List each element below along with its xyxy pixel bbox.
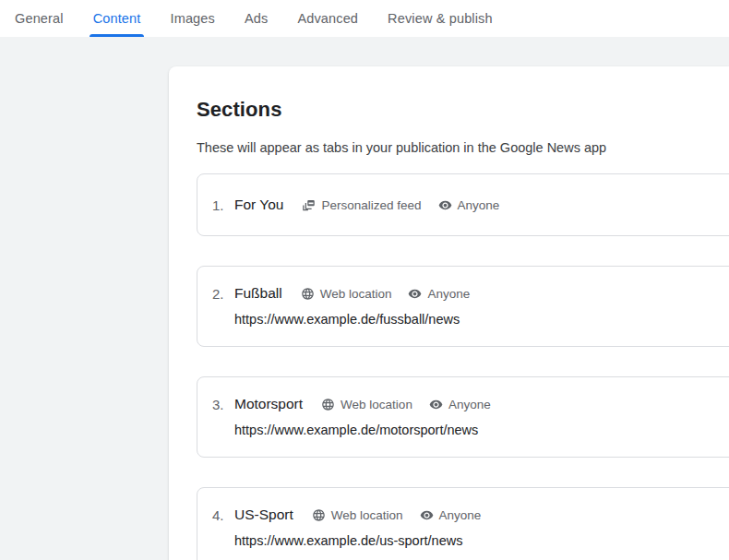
page-title: Sections bbox=[197, 98, 729, 122]
section-url: https://www.example.de/us-sport/news bbox=[197, 523, 729, 560]
tab-label: Images bbox=[170, 11, 214, 26]
tab-advanced[interactable]: Advanced bbox=[282, 0, 373, 37]
tab-review-publish[interactable]: Review & publish bbox=[373, 0, 508, 37]
section-name: Fußball bbox=[234, 285, 282, 302]
section-index: 2. bbox=[212, 286, 234, 302]
tab-bar: General Content Images Ads Advanced Revi… bbox=[0, 0, 729, 37]
section-name: Motorsport bbox=[234, 396, 303, 412]
section-card-fussball[interactable]: 2. Fußball Web location Anyone https://w… bbox=[197, 266, 729, 347]
tab-label: Review & publish bbox=[388, 11, 493, 26]
tab-label: Content bbox=[93, 11, 141, 26]
eye-icon bbox=[429, 398, 443, 411]
section-visibility: Anyone bbox=[438, 198, 500, 212]
section-type-label: Web location bbox=[320, 287, 392, 301]
section-type: Personalized feed bbox=[302, 198, 421, 212]
section-type: Web location bbox=[321, 398, 412, 411]
section-type-label: Personalized feed bbox=[321, 198, 421, 212]
tab-label: Ads bbox=[245, 11, 268, 26]
section-card-motorsport[interactable]: 3. Motorsport Web location Anyone https:… bbox=[197, 376, 729, 458]
globe-icon bbox=[301, 287, 315, 301]
section-visibility: Anyone bbox=[420, 508, 482, 522]
section-visibility: Anyone bbox=[429, 398, 491, 411]
section-head: 2. Fußball Web location Anyone bbox=[197, 267, 729, 302]
section-name: For You bbox=[234, 197, 283, 213]
section-url: https://www.example.de/motorsport/news bbox=[197, 412, 729, 457]
eye-icon bbox=[438, 198, 452, 212]
section-head: 1. For You Personalized feed Anyone bbox=[197, 174, 729, 235]
section-visibility-label: Anyone bbox=[439, 508, 482, 522]
globe-icon bbox=[312, 508, 326, 522]
sections-panel: Sections These will appear as tabs in yo… bbox=[169, 66, 729, 560]
section-visibility-label: Anyone bbox=[448, 398, 491, 411]
eye-icon bbox=[420, 508, 434, 522]
globe-icon bbox=[321, 398, 335, 411]
tab-general[interactable]: General bbox=[0, 0, 78, 37]
section-index: 1. bbox=[212, 197, 234, 213]
section-type: Web location bbox=[301, 287, 392, 301]
section-visibility: Anyone bbox=[408, 287, 470, 301]
eye-icon bbox=[408, 287, 422, 301]
tab-ads[interactable]: Ads bbox=[230, 0, 282, 37]
section-index: 4. bbox=[212, 507, 234, 523]
section-visibility-label: Anyone bbox=[427, 287, 470, 301]
section-head: 4. US-Sport Web location Anyone bbox=[197, 488, 729, 523]
tab-content[interactable]: Content bbox=[78, 0, 156, 37]
section-type-label: Web location bbox=[341, 398, 412, 411]
personalized-feed-icon bbox=[302, 198, 316, 212]
section-card-us-sport[interactable]: 4. US-Sport Web location Anyone https://… bbox=[197, 487, 729, 560]
section-url: https://www.example.de/fussball/news bbox=[197, 302, 729, 346]
section-type-label: Web location bbox=[331, 508, 403, 522]
section-card-for-you[interactable]: 1. For You Personalized feed Anyone bbox=[197, 173, 729, 236]
section-visibility-label: Anyone bbox=[458, 198, 500, 212]
section-index: 3. bbox=[212, 397, 234, 412]
page-subtitle: These will appear as tabs in your public… bbox=[197, 140, 729, 155]
tab-label: Advanced bbox=[297, 11, 358, 26]
section-name: US-Sport bbox=[234, 506, 293, 523]
tab-images[interactable]: Images bbox=[155, 0, 229, 37]
section-type: Web location bbox=[312, 508, 403, 522]
sections-list: 1. For You Personalized feed Anyone 2. F… bbox=[197, 173, 729, 560]
tab-label: General bbox=[15, 11, 64, 26]
section-head: 3. Motorsport Web location Anyone bbox=[197, 377, 729, 412]
